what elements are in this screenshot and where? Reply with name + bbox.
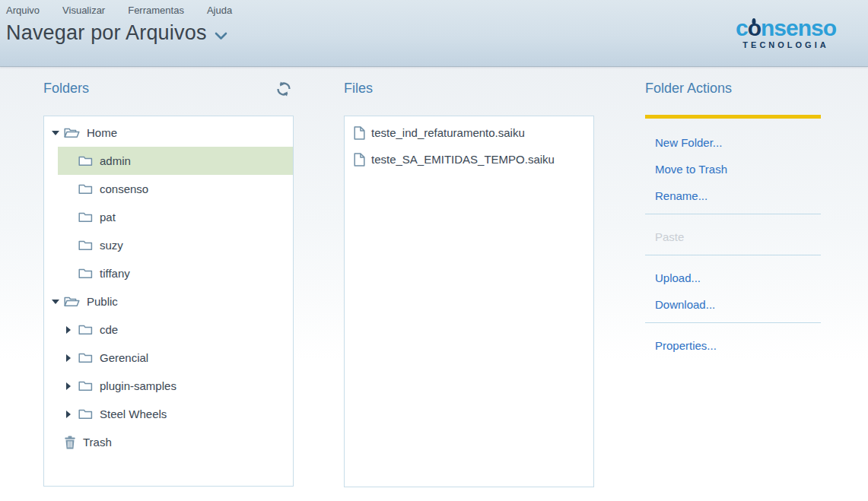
menu-item-ajuda[interactable]: Ajuda	[207, 5, 232, 16]
folder-icon	[78, 183, 93, 195]
tree-item-steel-wheels[interactable]: Steel Wheels	[44, 400, 293, 428]
folder-open-icon	[64, 296, 80, 307]
tree-item-gerencial[interactable]: Gerencial	[44, 344, 293, 372]
refresh-icon	[275, 81, 292, 97]
action-paste: Paste	[645, 224, 821, 250]
tree-item-public[interactable]: Public	[44, 287, 293, 316]
tree-item-cde[interactable]: cde	[44, 316, 293, 344]
tree-item-pat[interactable]: pat	[44, 203, 293, 231]
action-group: New Folder...Move to TrashRename...	[645, 120, 821, 214]
actions-accent-bar	[645, 115, 821, 119]
tree-item-tiffany[interactable]: tiffany	[44, 259, 293, 287]
tree-item-consenso[interactable]: consenso	[44, 175, 293, 203]
file-item-teste-ind-refaturamento-saiku[interactable]: teste_ind_refaturamento.saiku	[345, 119, 593, 146]
action-rename[interactable]: Rename...	[645, 182, 821, 209]
tree-item-label: Public	[87, 295, 118, 308]
action-group: Upload...Download...	[645, 255, 821, 323]
folder-icon	[78, 268, 93, 279]
caret-right-icon[interactable]	[66, 354, 71, 362]
logo-subtitle: TECNOLOGIA	[727, 40, 845, 49]
folder-icon	[78, 239, 93, 251]
tree-item-admin[interactable]: admin	[44, 147, 293, 175]
folder-icon	[78, 380, 93, 392]
tree-item-label: pat	[100, 211, 116, 224]
tree-item-label: Home	[87, 126, 117, 139]
folder-icon	[78, 352, 93, 363]
refresh-button[interactable]	[275, 81, 293, 99]
action-download[interactable]: Download...	[645, 291, 821, 318]
tree-item-label: Trash	[83, 436, 112, 449]
tree-item-label: consenso	[100, 182, 148, 195]
caret-right-icon[interactable]	[66, 382, 71, 390]
folder-icon	[78, 408, 93, 420]
tree-item-label: plugin-samples	[100, 379, 176, 392]
tree-item-label: Steel Wheels	[100, 407, 167, 420]
tree-item-label: Gerencial	[100, 351, 148, 364]
logo-word: consenso	[727, 17, 845, 40]
folder-open-icon	[64, 127, 80, 138]
header: ArquivoVisualizarFerramentasAjuda Navega…	[0, 0, 868, 67]
tree-item-label: suzy	[100, 239, 123, 252]
menu-bar: ArquivoVisualizarFerramentasAjuda	[6, 5, 232, 16]
menu-item-visualizar[interactable]: Visualizar	[62, 5, 105, 16]
folder-icon	[78, 155, 93, 166]
caret-down-icon[interactable]	[52, 300, 59, 304]
folders-section-title: Folders	[43, 81, 89, 97]
files-section-title: Files	[344, 81, 373, 97]
file-item-label: teste_ind_refaturamento.saiku	[371, 126, 525, 139]
app-root: ArquivoVisualizarFerramentasAjuda Navega…	[0, 0, 868, 501]
folder-icon	[78, 211, 93, 223]
page-title: Navegar por Arquivos	[6, 21, 207, 45]
menu-item-ferramentas[interactable]: Ferramentas	[128, 5, 184, 16]
file-icon	[354, 126, 365, 140]
caret-right-icon[interactable]	[66, 411, 71, 418]
action-group: Properties...	[645, 323, 821, 363]
tree-item-suzy[interactable]: suzy	[44, 231, 293, 259]
file-item-label: teste_SA_EMITIDAS_TEMPO.saiku	[371, 153, 555, 166]
tree-item-label: cde	[100, 323, 118, 336]
caret-right-icon[interactable]	[66, 326, 71, 334]
tree-item-label: tiffany	[100, 267, 130, 280]
menu-item-arquivo[interactable]: Arquivo	[6, 5, 40, 16]
trash-icon	[64, 436, 76, 449]
caret-down-icon[interactable]	[52, 131, 59, 135]
action-upload[interactable]: Upload...	[645, 265, 821, 291]
tree-item-plugin-samples[interactable]: plugin-samples	[44, 372, 293, 400]
folder-icon	[78, 324, 93, 335]
files-panel: teste_ind_refaturamento.saiku teste_SA_E…	[344, 116, 594, 487]
tree-item-label: admin	[100, 154, 131, 167]
file-item-teste-sa-emitidas-tempo-saiku[interactable]: teste_SA_EMITIDAS_TEMPO.saiku	[345, 146, 593, 173]
chevron-down-icon[interactable]	[215, 32, 227, 40]
tree-item-home[interactable]: Home	[44, 119, 293, 147]
action-new-folder[interactable]: New Folder...	[645, 129, 821, 156]
action-properties[interactable]: Properties...	[645, 332, 821, 359]
action-move-to-trash[interactable]: Move to Trash	[645, 156, 821, 182]
view-selector[interactable]: Navegar por Arquivos	[6, 21, 227, 45]
folders-panel: Home admin consenso pat suzy tiffany Pub…	[43, 116, 294, 487]
tree-item-trash[interactable]: Trash	[44, 428, 293, 456]
actions-section-title: Folder Actions	[645, 81, 732, 97]
action-group: Paste	[645, 214, 821, 255]
folder-actions-list: New Folder...Move to TrashRename...Paste…	[645, 120, 821, 363]
content-area: Folders Home admin consenso pat suzy tif…	[0, 67, 868, 501]
file-icon	[354, 153, 365, 166]
consenso-logo: consenso TECNOLOGIA	[727, 17, 845, 49]
